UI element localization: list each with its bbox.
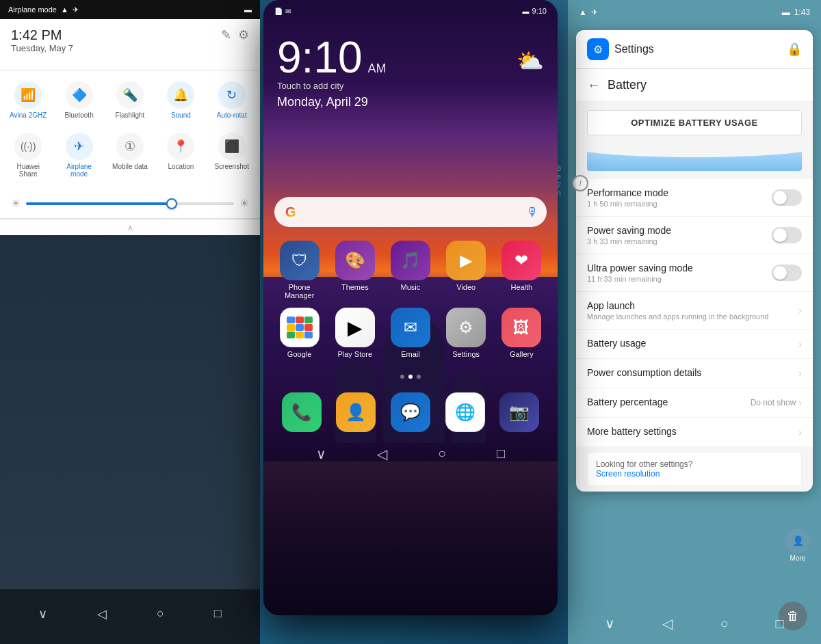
left-status-right: ▬ xyxy=(244,5,252,14)
battery-item-applaunch-left: App launch Manage launches and apps runn… xyxy=(587,300,798,321)
dock-contacts[interactable]: 👤 xyxy=(330,392,382,435)
info-icon[interactable]: i xyxy=(572,175,588,191)
edit-icon[interactable]: ✎ xyxy=(221,27,231,42)
toggle-flashlight[interactable]: 🔦 Flashlight xyxy=(107,76,153,124)
battery-item-usage[interactable]: Battery usage › xyxy=(576,330,813,359)
dock-phone[interactable]: 📞 xyxy=(276,392,327,435)
flashlight-toggle-icon: 🔦 xyxy=(116,81,144,109)
powersaving-toggle[interactable] xyxy=(772,227,802,243)
percentage-arrow-icon: › xyxy=(798,397,802,408)
toggle-screenshot[interactable]: ⬛ Screenshot xyxy=(209,127,255,183)
bluetooth-toggle-label: Bluetooth xyxy=(64,111,93,119)
back-arrow-icon[interactable]: ← xyxy=(587,77,601,93)
toggle-mobiledata[interactable]: ① Mobile data xyxy=(107,127,153,183)
battery-item-ultrapowersaving[interactable]: Ultra power saving mode 11 h 33 min rema… xyxy=(576,254,813,292)
apps-row-1: 🛡 Phone Manager 🎨 Themes 🎵 Music ▶ xyxy=(272,241,549,299)
powerconsumption-arrow-icon: › xyxy=(798,368,802,379)
battery-item-more-left: More battery settings xyxy=(587,426,798,438)
right-nav-back[interactable]: ◁ xyxy=(662,615,673,632)
right-nav-home[interactable]: ○ xyxy=(720,616,728,632)
brightness-row: ☀ ☀ xyxy=(0,191,260,219)
center-nav-back[interactable]: ◁ xyxy=(377,446,387,462)
search-bar[interactable]: G 🎙 xyxy=(274,197,547,227)
location-label: Location xyxy=(168,163,194,170)
weather-widget[interactable]: ⛅ xyxy=(517,48,544,74)
app-gallery[interactable]: 🖼 Gallery xyxy=(496,308,547,358)
clock-widget[interactable]: 9:10 AM Touch to add city Monday, April … xyxy=(263,22,558,115)
toggle-huawei-share[interactable]: ((·)) Huawei Share xyxy=(5,127,51,183)
grid-cell-1 xyxy=(287,317,295,323)
wifi-toggle-label: Avina 2GHZ xyxy=(10,111,47,119)
center-dock: 📞 👤 💬 🌐 📷 xyxy=(263,387,558,438)
dot-1[interactable] xyxy=(400,375,404,379)
dot-2[interactable] xyxy=(408,375,413,379)
toggle-airplane[interactable]: ✈ Airplane mode xyxy=(56,127,103,183)
more-avatar[interactable]: 👤 xyxy=(785,528,810,553)
app-playstore[interactable]: ▶ Play Store xyxy=(329,308,380,358)
location-icon: 📍 xyxy=(167,133,194,160)
right-nav-recent[interactable]: □ xyxy=(775,616,783,632)
dock-camera[interactable]: 📷 xyxy=(494,392,545,435)
toggle-wifi[interactable]: 📶 Avina 2GHZ xyxy=(5,76,51,124)
brightness-high-icon: ☀ xyxy=(239,197,249,210)
battery-item-applaunch[interactable]: App launch Manage launches and apps runn… xyxy=(576,292,813,330)
nav-recent-button[interactable]: □ xyxy=(214,606,222,621)
nav-home-button[interactable]: ○ xyxy=(157,606,164,621)
nav-down-button[interactable]: ∨ xyxy=(38,606,47,621)
dock-chrome[interactable]: 🌐 xyxy=(439,392,491,435)
google-grid xyxy=(284,314,315,341)
dock-phone-icon: 📞 xyxy=(282,392,322,432)
dock-camera-icon: 📷 xyxy=(499,392,539,432)
battery-item-performance[interactable]: Performance mode 1 h 50 min remaining xyxy=(576,179,813,217)
toggle-bluetooth[interactable]: 🔷 Bluetooth xyxy=(56,76,103,124)
huaweishare-icon: ((·)) xyxy=(14,133,42,160)
toggle-location[interactable]: 📍 Location xyxy=(157,127,204,183)
settings-app-icon: ⚙ xyxy=(446,308,486,347)
settings-icon[interactable]: ⚙ xyxy=(238,27,249,42)
battery-item-powersaving[interactable]: Power saving mode 3 h 33 min remaining xyxy=(576,217,813,254)
mobiledata-label: Mobile data xyxy=(112,163,148,170)
app-google[interactable]: Google xyxy=(274,308,325,358)
settings-title-row: ⚙ Settings xyxy=(587,38,654,60)
right-nav-down[interactable]: ∨ xyxy=(605,615,615,632)
battery-item-powerconsumption[interactable]: Power consumption details › xyxy=(576,359,813,388)
app-themes[interactable]: 🎨 Themes xyxy=(329,241,380,299)
percentage-value: Do not show xyxy=(751,398,796,407)
toggle-autorotate[interactable]: ↻ Auto-rotat xyxy=(209,76,255,124)
performance-mode-toggle[interactable] xyxy=(772,189,802,206)
playstore-label: Play Store xyxy=(337,350,372,358)
airplane-icon: ✈ xyxy=(73,5,79,14)
app-health[interactable]: ❤ Health xyxy=(496,241,547,299)
app-phone-manager[interactable]: 🛡 Phone Manager xyxy=(274,241,325,299)
microphone-icon[interactable]: 🎙 xyxy=(526,205,538,219)
right-wifi-icon: ▲ xyxy=(579,8,587,17)
battery-item-performance-left: Performance mode 1 h 50 min remaining xyxy=(587,187,772,208)
notification-panel: 1:42 PM Tuesday, May 7 ✎ ⚙ 📶 Avina 2GHZ … xyxy=(0,19,260,235)
tip-link[interactable]: Screen resolution xyxy=(596,469,793,479)
center-nav-down[interactable]: ∨ xyxy=(316,446,326,462)
app-email[interactable]: ✉ Email xyxy=(385,308,436,358)
nav-back-button[interactable]: ◁ xyxy=(97,606,107,621)
right-status-right: ▬ 1:43 xyxy=(782,8,810,17)
dot-3[interactable] xyxy=(417,375,421,379)
huaweishare-label: Huawei Share xyxy=(8,163,49,178)
gallery-label: Gallery xyxy=(510,350,534,358)
battery-item-more[interactable]: More battery settings › xyxy=(576,418,813,446)
settings-tip: Looking for other settings? Screen resol… xyxy=(587,452,802,486)
brightness-slider[interactable] xyxy=(26,202,234,205)
app-music[interactable]: 🎵 Music xyxy=(385,241,436,299)
more-battery-arrow-icon: › xyxy=(798,427,802,438)
health-icon: ❤ xyxy=(501,241,541,280)
optimize-battery-button[interactable]: OPTIMIZE BATTERY USAGE xyxy=(587,110,802,135)
dock-messages[interactable]: 💬 xyxy=(385,392,436,435)
app-settings[interactable]: ⚙ Settings xyxy=(441,308,492,358)
app-video[interactable]: ▶ Video xyxy=(441,241,492,299)
toggle-sound[interactable]: 🔔 Sound xyxy=(157,76,204,124)
notif-collapse[interactable]: ∧ xyxy=(0,219,260,235)
ultrapowersaving-toggle[interactable] xyxy=(772,265,802,281)
battery-item-percentage[interactable]: Battery percentage Do not show › xyxy=(576,388,813,418)
performance-mode-title: Performance mode xyxy=(587,187,772,198)
center-nav-home[interactable]: ○ xyxy=(438,446,446,462)
brightness-low-icon: ☀ xyxy=(11,197,21,210)
center-nav-recent[interactable]: □ xyxy=(497,446,505,462)
